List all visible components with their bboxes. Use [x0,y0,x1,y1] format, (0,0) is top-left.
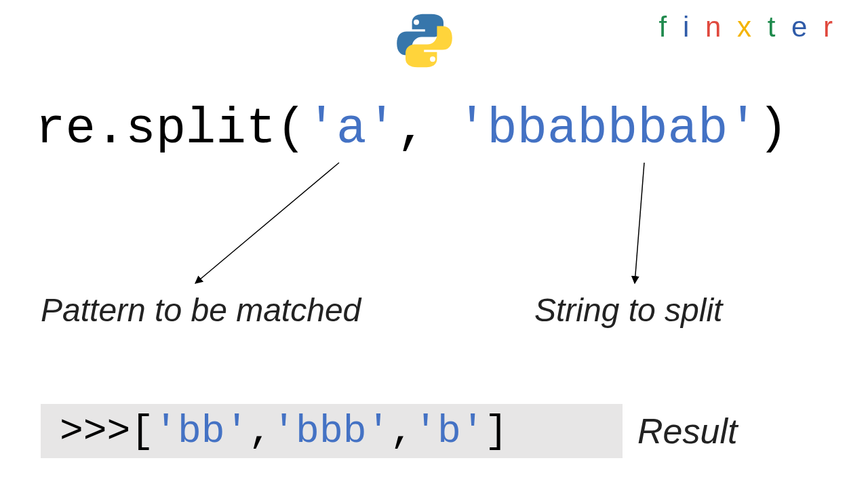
result-item: 'bbb' [272,409,390,453]
result-prompt: >>> [60,409,130,453]
result-sep: , [248,409,272,453]
label-pattern: Pattern to be matched [41,291,361,329]
code-sep: , [397,100,457,157]
python-logo-icon [395,11,454,73]
brand-letter: e [791,11,811,43]
code-prefix: re.split( [35,100,307,157]
result-item: 'b' [414,409,484,453]
svg-line-1 [635,163,644,283]
label-result: Result [637,411,737,451]
result-sep: , [390,409,414,453]
code-arg-pattern: 'a' [307,100,397,157]
brand-letter: f [659,11,671,43]
svg-line-0 [195,163,339,283]
result-output: >>> ['bb', 'bbb', 'b'] [41,404,623,458]
result-item: 'bb' [154,409,248,453]
result-bracket-close: ] [485,409,509,453]
brand-letter: t [768,11,780,43]
brand-letter: i [683,11,693,43]
brand-letter: n [705,11,725,43]
brand-letter: r [823,11,837,43]
brand-logo: f i n x t e r [659,11,837,43]
brand-letter: x [737,11,755,43]
code-arg-string: 'bbabbbab' [457,100,758,157]
code-suffix: ) [758,100,788,157]
code-expression: re.split('a', 'bbabbbab') [35,100,788,157]
label-string: String to split [534,291,722,329]
result-bracket-open: [ [130,409,154,453]
